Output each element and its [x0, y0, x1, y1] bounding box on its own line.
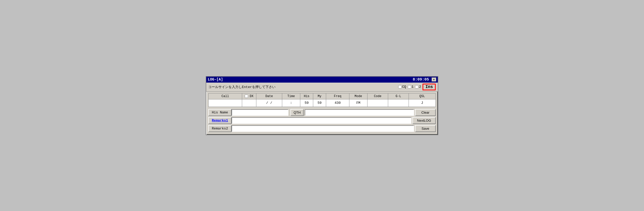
his-name-label: His Name	[208, 109, 232, 116]
remarks1-row: Remarks1 NextLOG	[208, 117, 436, 124]
col-header-gl[interactable]: G·L	[388, 93, 409, 99]
checkbox-group: CQ 1 2 Ins	[398, 84, 436, 90]
clock-display: 8:09:05	[413, 77, 429, 82]
col-header-date[interactable]: Date	[256, 93, 282, 99]
cell-mode[interactable]	[349, 99, 367, 107]
cell-his[interactable]	[300, 99, 313, 107]
col-header-mode[interactable]: Mode	[349, 93, 367, 99]
cell-call[interactable]	[209, 99, 242, 107]
code-input[interactable]	[369, 101, 386, 105]
cell-gl[interactable]	[388, 99, 409, 107]
his-name-row: His Name QTH Clear	[208, 109, 436, 116]
remarks1-input[interactable]	[232, 117, 411, 124]
his-input[interactable]	[302, 101, 311, 105]
data-entry-row	[208, 99, 436, 107]
cell-time[interactable]	[282, 99, 300, 107]
remarks1-label[interactable]: Remarks1	[208, 117, 232, 124]
cell-my[interactable]	[313, 99, 326, 107]
col-header-time[interactable]: Time	[282, 93, 300, 99]
instruction-text: コールサインを入力しEnterを押して下さい	[208, 85, 396, 89]
his-name-input[interactable]	[232, 109, 288, 116]
col-header-freq[interactable]: Freq	[326, 93, 349, 99]
main-window: LOG-[A] 8:09:05 × コールサインを入力しEnterを押して下さい…	[206, 76, 438, 135]
close-button[interactable]: ×	[432, 77, 436, 82]
gl-input[interactable]	[390, 101, 407, 105]
cell-qsl[interactable]	[409, 99, 435, 107]
cq-label: CQ	[402, 85, 406, 89]
window-title: LOG-[A]	[208, 77, 223, 82]
nextlog-button[interactable]: NextLOG	[412, 117, 436, 124]
main-content: Call DX Date Time His My Freq Mode	[206, 92, 438, 135]
cell-dx	[242, 99, 256, 107]
cell-code[interactable]	[367, 99, 388, 107]
clear-button[interactable]: Clear	[415, 109, 436, 116]
ins-badge: Ins	[423, 84, 436, 90]
col-header-dx[interactable]: DX	[242, 93, 256, 99]
cell-freq[interactable]	[326, 99, 349, 107]
time-input[interactable]	[284, 101, 298, 105]
remarks2-row: Remarks2 Save	[208, 125, 436, 132]
qsl-input[interactable]	[410, 101, 434, 105]
qth-button[interactable]: QTH	[290, 109, 304, 116]
2-label: 2	[419, 85, 421, 89]
1-checkbox[interactable]	[408, 85, 411, 89]
col-header-my[interactable]: My	[313, 93, 326, 99]
remarks2-label: Remarks2	[208, 125, 232, 132]
cell-date[interactable]	[256, 99, 282, 107]
title-bar-left: LOG-[A]	[208, 77, 223, 82]
qth-input[interactable]	[305, 109, 414, 116]
col-header-his[interactable]: His	[300, 93, 313, 99]
my-input[interactable]	[315, 101, 324, 105]
cq-checkbox[interactable]	[398, 85, 402, 89]
freq-input[interactable]	[328, 101, 348, 105]
toolbar: コールサインを入力しEnterを押して下さい CQ 1 2 Ins	[206, 83, 438, 92]
1-label: 1	[412, 85, 414, 89]
col-header-code[interactable]: Code	[367, 93, 388, 99]
2-checkbox[interactable]	[415, 85, 418, 89]
1-checkbox-item: 1	[408, 85, 414, 89]
col-header-call[interactable]: Call	[209, 93, 242, 99]
call-input[interactable]	[210, 101, 240, 105]
dx-checkbox[interactable]	[245, 94, 248, 98]
date-input[interactable]	[258, 101, 280, 105]
mode-input[interactable]	[351, 101, 366, 105]
column-headers: Call DX Date Time His My Freq Mode	[208, 93, 436, 99]
2-checkbox-item: 2	[415, 85, 421, 89]
remarks2-input[interactable]	[232, 125, 414, 132]
save-button[interactable]: Save	[415, 125, 436, 132]
title-bar: LOG-[A] 8:09:05 ×	[206, 77, 438, 83]
cq-checkbox-item: CQ	[398, 85, 406, 89]
col-header-qsl[interactable]: QSL	[409, 93, 435, 99]
